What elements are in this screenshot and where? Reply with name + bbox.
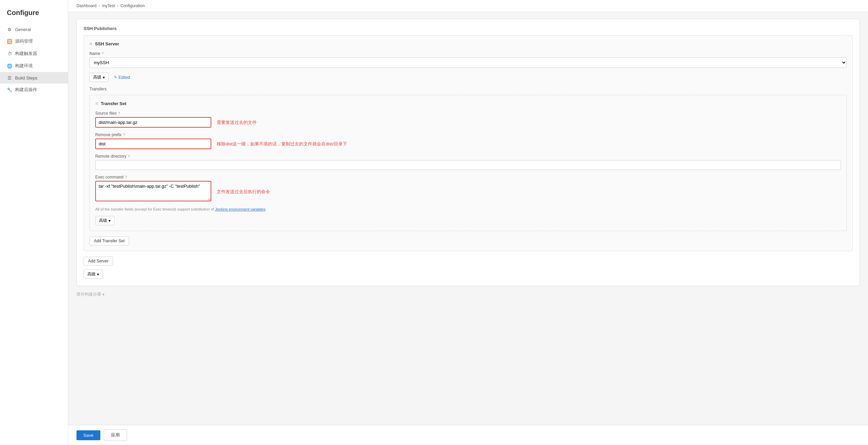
remove-prefix-input-wrap xyxy=(95,139,211,149)
remote-directory-help-icon[interactable]: ? xyxy=(128,154,130,158)
source-icon: 🔀 xyxy=(7,39,12,44)
sidebar-item-triggers[interactable]: ⏱ 构建触发器 xyxy=(0,47,68,60)
sidebar-item-build-steps[interactable]: ☰ Build Steps xyxy=(0,72,68,84)
source-files-help-icon[interactable]: ? xyxy=(118,111,120,115)
trigger-icon: ⏱ xyxy=(7,51,12,56)
exec-command-group: Exec command ? tar -xf "testPublish\main… xyxy=(95,175,841,211)
remove-prefix-annotation: 移除dist这一级，如果不填的话，复制过去的文件就会在dist/目录下 xyxy=(217,141,347,147)
exec-command-textarea[interactable]: tar -xf "testPublish\main-app.tar.gz" -C… xyxy=(95,181,211,201)
transfer-set-title: Transfer Set xyxy=(101,101,126,106)
apply-button[interactable]: 应用 xyxy=(104,429,127,441)
remote-directory-input[interactable] xyxy=(95,160,841,170)
transfer-drag-icon: ≡ xyxy=(95,101,98,106)
bottom-chevron-icon: ▾ xyxy=(97,272,99,277)
bottom-bar: Save 应用 xyxy=(68,425,868,445)
remove-prefix-input[interactable] xyxy=(95,139,211,149)
transfer-set-chevron-icon: ▾ xyxy=(109,218,111,223)
transfer-set-box: ≡ Transfer Set Source files ? xyxy=(89,95,847,231)
ssh-server-header: ≡ SSH Server xyxy=(89,41,847,46)
advanced-edited-row: 高级 ▾ ✎ Edited xyxy=(89,73,847,82)
save-button[interactable]: Save xyxy=(76,430,100,440)
pencil-icon: ✎ xyxy=(114,75,117,80)
source-files-group: Source files ? 需要发送过去的文件 xyxy=(95,111,841,128)
sidebar-item-source[interactable]: 🔀 源码管理 xyxy=(0,35,68,47)
build-steps-icon: ☰ xyxy=(7,75,12,81)
publishers-box: SSH Publishers ≡ SSH Server Name ? xyxy=(76,19,860,286)
gear-icon: ⚙ xyxy=(7,27,12,32)
exec-command-help-icon[interactable]: ? xyxy=(125,175,127,179)
remove-prefix-group: Remove prefix ? 移除dist这一级，如果不填的话，复制过去的文件… xyxy=(95,132,841,149)
remove-prefix-annotated-row: 移除dist这一级，如果不填的话，复制过去的文件就会在dist/目录下 xyxy=(95,139,841,149)
sidebar-item-env[interactable]: 🌐 构建环境 xyxy=(0,60,68,72)
source-files-annotation: 需要发送过去的文件 xyxy=(217,119,257,126)
remove-prefix-label: Remove prefix ? xyxy=(95,132,841,137)
remote-directory-label: Remote directory ? xyxy=(95,154,841,159)
ssh-server-box: ≡ SSH Server Name ? mySSH xyxy=(84,35,853,251)
transfers-label: Transfers xyxy=(89,87,847,91)
name-label: Name ? xyxy=(89,51,847,56)
source-files-label: Source files ? xyxy=(95,111,841,116)
name-help-icon[interactable]: ? xyxy=(102,52,104,56)
chevron-down-icon: ▾ xyxy=(103,75,105,80)
source-files-annotated-row: 需要发送过去的文件 xyxy=(95,117,841,128)
breadcrumb-configuration: Configuration xyxy=(120,3,145,8)
add-server-row: Add Server xyxy=(84,257,853,265)
sidebar: Configure ⚙ General 🔀 源码管理 ⏱ 构建触发器 🌐 构建环… xyxy=(0,0,68,445)
sidebar-item-label: General xyxy=(15,27,31,32)
breadcrumb: Dashboard › myTest › Configuration xyxy=(68,0,868,12)
sidebar-title: Configure xyxy=(0,3,68,24)
sidebar-item-label: 源码管理 xyxy=(15,38,33,44)
bottom-advanced-row: 高级 ▾ xyxy=(84,270,853,279)
jenkins-env-vars-link[interactable]: Jenkins environment variables xyxy=(215,207,266,211)
source-files-input-wrap xyxy=(95,117,211,128)
bottom-advanced-button[interactable]: 高级 ▾ xyxy=(84,270,103,279)
ssh-server-name-select[interactable]: mySSH xyxy=(89,57,847,68)
sidebar-item-label: 构建触发器 xyxy=(15,51,37,57)
add-transfer-set-button[interactable]: Add Transfer Set xyxy=(89,236,129,245)
scroll-label: 缓存构建步骤 xyxy=(76,291,101,297)
transfer-set-header: ≡ Transfer Set xyxy=(95,101,841,106)
advanced-button[interactable]: 高级 ▾ xyxy=(89,73,109,82)
env-icon: 🌐 xyxy=(7,63,12,69)
sidebar-item-general[interactable]: ⚙ General xyxy=(0,24,68,35)
remote-directory-group: Remote directory ? xyxy=(95,154,841,170)
sidebar-item-label: Build Steps xyxy=(15,75,38,81)
breadcrumb-sep-2: › xyxy=(117,3,118,8)
name-field-group: Name ? mySSH xyxy=(89,51,847,68)
exec-command-annotated-row: tar -xf "testPublish\main-app.tar.gz" -C… xyxy=(95,181,841,202)
sidebar-item-label: 构建后操作 xyxy=(15,87,37,93)
remove-prefix-help-icon[interactable]: ? xyxy=(123,133,125,137)
exec-command-textarea-wrap: tar -xf "testPublish\main-app.tar.gz" -C… xyxy=(95,181,211,202)
ssh-publishers-heading: SSH Publishers xyxy=(84,26,853,31)
env-vars-info: All of the transfer fields (except for E… xyxy=(95,207,841,211)
drag-icon: ≡ xyxy=(89,41,92,46)
main-content: Dashboard › myTest › Configuration SSH P… xyxy=(68,0,868,445)
breadcrumb-sep-1: › xyxy=(99,3,100,8)
breadcrumb-dashboard[interactable]: Dashboard xyxy=(76,3,97,8)
edited-link[interactable]: ✎ Edited xyxy=(114,75,130,80)
post-build-icon: 🔧 xyxy=(7,87,12,92)
scroll-chevron-icon: ▾ xyxy=(102,292,104,297)
sidebar-item-label: 构建环境 xyxy=(15,63,33,69)
transfer-set-advanced-row: 高级 ▾ xyxy=(95,216,841,225)
add-transfer-set-row: Add Transfer Set xyxy=(89,236,847,245)
exec-command-annotation: 文件发送过去后执行的命令 xyxy=(217,189,270,195)
source-files-input[interactable] xyxy=(95,117,211,128)
transfer-set-advanced-button[interactable]: 高级 ▾ xyxy=(95,216,114,225)
scroll-indicator: 缓存构建步骤 ▾ xyxy=(76,291,860,297)
add-server-button[interactable]: Add Server xyxy=(84,257,113,265)
exec-command-label: Exec command ? xyxy=(95,175,841,180)
breadcrumb-mytest[interactable]: myTest xyxy=(102,3,115,8)
sidebar-item-post-build[interactable]: 🔧 构建后操作 xyxy=(0,84,68,96)
ssh-server-title: SSH Server xyxy=(95,41,119,46)
content-area: SSH Publishers ≡ SSH Server Name ? xyxy=(68,12,868,425)
